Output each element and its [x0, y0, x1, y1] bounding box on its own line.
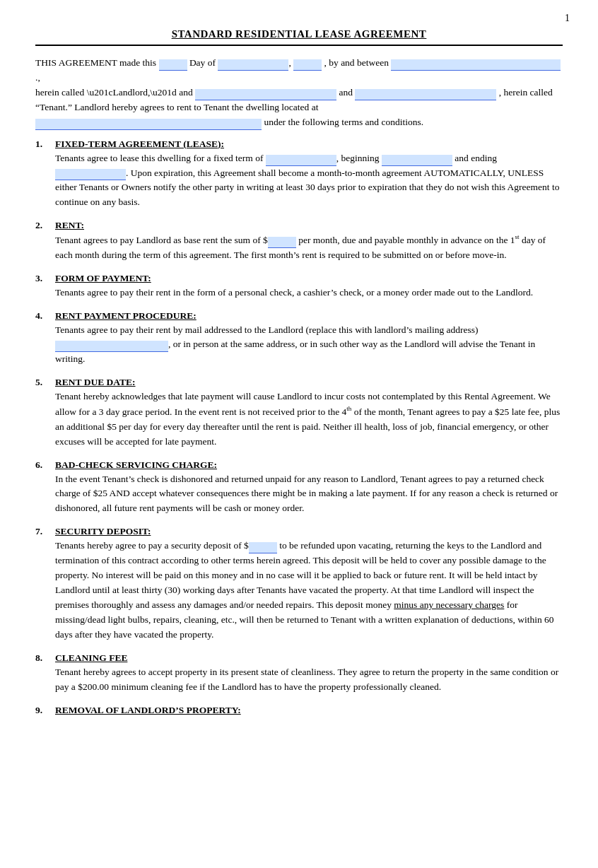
section-3-num: 3.	[35, 273, 51, 284]
section-4: 4. RENT PAYMENT PROCEDURE: Tenants agree…	[35, 310, 563, 368]
section-7: 7. SECURITY DEPOSIT: Tenants hereby agre…	[35, 526, 563, 642]
section-4-num: 4.	[35, 310, 51, 322]
section-4-body: Tenants agree to pay their rent by mail …	[55, 323, 563, 368]
section-7-num: 7.	[35, 526, 51, 537]
section-8: 8. CLEANING FEE Tenant hereby agrees to …	[35, 652, 563, 695]
section-9-title: REMOVAL OF LANDLORD’S PROPERTY:	[55, 705, 241, 716]
document-title: STANDARD RESIDENTIAL LEASE AGREEMENT	[35, 28, 563, 40]
by-between-text: , by and between	[324, 57, 392, 68]
intro-paragraph: THIS AGREEMENT made this Day of , , by a…	[35, 56, 563, 130]
section-2: 2. RENT: Tenant agrees to pay Landlord a…	[35, 220, 563, 262]
field-tenant-name[interactable]	[355, 89, 496, 100]
underline-deposit-text: minus any necessary charges	[394, 599, 504, 610]
section-1: 1. FIXED-TERM AGREEMENT (LEASE): Tenants…	[35, 139, 563, 211]
section-4-title: RENT PAYMENT PROCEDURE:	[55, 310, 197, 322]
section-2-num: 2.	[35, 220, 51, 231]
under-text: under the following terms and conditions…	[264, 117, 423, 127]
section-9: 9. REMOVAL OF LANDLORD’S PROPERTY:	[35, 705, 563, 716]
section-8-body: Tenant hereby agrees to accept property …	[55, 665, 563, 695]
day-of-label: Day of	[189, 57, 218, 68]
section-6-title: BAD-CHECK SERVICING CHARGE:	[55, 459, 217, 471]
section-6-body: In the event Tenant’s check is dishonore…	[55, 472, 563, 517]
field-start-date[interactable]	[382, 155, 452, 166]
section-8-num: 8.	[35, 652, 51, 664]
field-rent-amount[interactable]	[268, 237, 296, 248]
section-6: 6. BAD-CHECK SERVICING CHARGE: In the ev…	[35, 459, 563, 517]
section-2-title: RENT:	[55, 220, 84, 231]
section-2-body: Tenant agrees to pay Landlord as base re…	[55, 233, 563, 262]
field-security-deposit[interactable]	[249, 542, 277, 553]
section-3-body: Tenants agree to pay their rent in the f…	[55, 286, 563, 300]
section-5: 5. RENT DUE DATE: Tenant hereby acknowle…	[35, 377, 563, 449]
section-1-body: Tenants agree to lease this dwelling for…	[55, 151, 563, 211]
section-8-title: CLEANING FEE	[55, 652, 127, 664]
field-year[interactable]	[293, 59, 322, 71]
section-6-num: 6.	[35, 459, 51, 471]
section-5-title: RENT DUE DATE:	[55, 377, 136, 388]
and-text: and	[339, 87, 355, 98]
field-day-number[interactable]	[159, 59, 187, 71]
field-landlord-name[interactable]	[391, 59, 561, 71]
section-1-num: 1.	[35, 139, 51, 150]
intro-text1: THIS AGREEMENT made this	[35, 57, 156, 68]
field-end-date[interactable]	[55, 169, 126, 180]
section-3-title: FORM OF PAYMENT:	[55, 273, 151, 284]
herein-landlord-text: herein called \u201cLandlord,\u201d and	[35, 87, 195, 98]
field-lease-term[interactable]	[266, 155, 336, 166]
section-7-title: SECURITY DEPOSIT:	[55, 526, 151, 537]
section-5-num: 5.	[35, 377, 51, 388]
page-number: 1	[565, 13, 570, 24]
title-divider	[35, 45, 563, 46]
field-landlord2[interactable]	[195, 89, 336, 100]
field-mailing-address[interactable]	[55, 341, 168, 352]
section-9-num: 9.	[35, 705, 51, 716]
field-address[interactable]	[35, 119, 262, 130]
section-1-title: FIXED-TERM AGREEMENT (LEASE):	[55, 139, 224, 150]
field-month[interactable]	[218, 59, 288, 71]
section-7-body: Tenants hereby agree to pay a security d…	[55, 539, 563, 642]
section-5-body: Tenant hereby acknowledges that late pay…	[55, 389, 563, 449]
section-3: 3. FORM OF PAYMENT: Tenants agree to pay…	[35, 273, 563, 300]
